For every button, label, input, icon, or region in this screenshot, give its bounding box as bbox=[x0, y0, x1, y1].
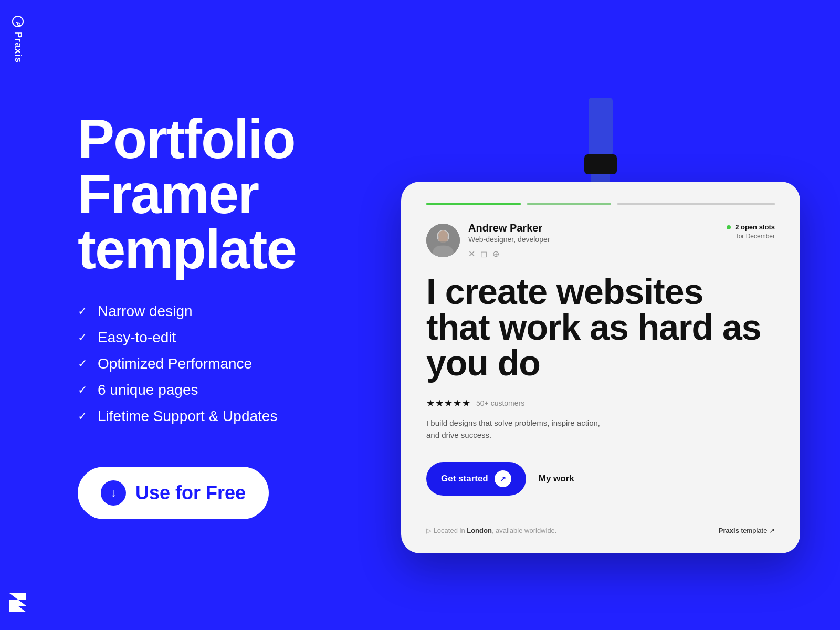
stars-row: ★★★★★ 50+ customers bbox=[426, 397, 775, 409]
get-started-button[interactable]: Get started ↗ bbox=[426, 462, 526, 496]
main-content: Portfolio Framer template ✓ Narrow desig… bbox=[36, 0, 840, 630]
avatar-image bbox=[426, 224, 460, 257]
my-work-button[interactable]: My work bbox=[539, 474, 574, 484]
features-list: ✓ Narrow design ✓ Easy-to-edit ✓ Optimiz… bbox=[78, 303, 330, 425]
lanyard-clip bbox=[584, 154, 617, 174]
progress-bar-3 bbox=[617, 203, 775, 205]
right-section: Andrew Parker Web-designer, developer ✕ … bbox=[361, 77, 840, 553]
availability-info: 2 open slots for December bbox=[727, 222, 775, 240]
check-icon: ✓ bbox=[78, 331, 87, 344]
check-icon: ✓ bbox=[78, 357, 87, 371]
availability-sub: for December bbox=[727, 233, 775, 240]
brand-icon: P Praxis bbox=[12, 16, 24, 63]
brand-text: Praxis bbox=[13, 32, 24, 63]
tagline: I build designs that solve problems, ins… bbox=[426, 417, 605, 441]
profile-role: Web-designer, developer bbox=[468, 235, 550, 244]
avatar bbox=[426, 224, 460, 257]
check-icon: ✓ bbox=[78, 410, 87, 423]
use-for-free-button[interactable]: ↓ Use for Free bbox=[78, 467, 269, 519]
check-icon: ✓ bbox=[78, 304, 87, 318]
profile-name: Andrew Parker bbox=[468, 222, 550, 234]
mockup-buttons: Get started ↗ My work bbox=[426, 462, 775, 496]
svg-rect-8 bbox=[438, 242, 448, 246]
location-text: ▷ Located in London, available worldwide… bbox=[426, 527, 556, 534]
sidebar: P Praxis bbox=[0, 0, 36, 630]
phone-mockup: Andrew Parker Web-designer, developer ✕ … bbox=[401, 182, 800, 553]
lanyard-strap bbox=[589, 98, 613, 155]
list-item: ✓ Lifetime Support & Updates bbox=[78, 408, 330, 425]
progress-bar-2 bbox=[527, 203, 611, 205]
social-icons: ✕ ◻ ⊕ bbox=[468, 249, 550, 259]
stars-rating: ★★★★★ bbox=[426, 397, 471, 409]
praxis-logo-icon: P bbox=[12, 16, 24, 27]
arrow-icon: ↗ bbox=[495, 470, 511, 487]
availability-label: 2 open slots bbox=[735, 223, 775, 231]
left-section: Portfolio Framer template ✓ Narrow desig… bbox=[36, 80, 361, 551]
device-mockup-container: Andrew Parker Web-designer, developer ✕ … bbox=[401, 98, 800, 553]
list-item: ✓ Easy-to-edit bbox=[78, 329, 330, 346]
list-item: ✓ 6 unique pages bbox=[78, 382, 330, 398]
profile-section: Andrew Parker Web-designer, developer ✕ … bbox=[426, 222, 775, 259]
profile-info: Andrew Parker Web-designer, developer ✕ … bbox=[468, 222, 550, 259]
list-item: ✓ Narrow design bbox=[78, 303, 330, 320]
list-item: ✓ Optimized Performance bbox=[78, 355, 330, 372]
praxis-template-link[interactable]: Praxis template ↗ bbox=[719, 527, 775, 534]
cta-label: Use for Free bbox=[135, 482, 246, 504]
brand-name: P Praxis bbox=[12, 16, 24, 63]
svg-text:P: P bbox=[14, 22, 22, 26]
main-headline: Portfolio Framer template bbox=[78, 111, 330, 277]
dribbble-icon: ⊕ bbox=[492, 249, 499, 259]
availability-dot bbox=[727, 225, 731, 229]
framer-logo-icon bbox=[9, 593, 26, 614]
download-icon: ↓ bbox=[101, 480, 126, 506]
customers-count: 50+ customers bbox=[476, 399, 524, 407]
phone-content: Andrew Parker Web-designer, developer ✕ … bbox=[401, 182, 800, 553]
location-icon: ▷ bbox=[426, 527, 434, 534]
progress-bars bbox=[426, 203, 775, 205]
instagram-icon: ◻ bbox=[480, 249, 487, 259]
check-icon: ✓ bbox=[78, 383, 87, 397]
mockup-footer: ▷ Located in London, available worldwide… bbox=[426, 517, 775, 534]
profile-left: Andrew Parker Web-designer, developer ✕ … bbox=[426, 222, 550, 259]
hero-text: I create websites that work as hard as y… bbox=[426, 274, 775, 381]
twitter-icon: ✕ bbox=[468, 249, 475, 259]
progress-bar-1 bbox=[426, 203, 521, 205]
